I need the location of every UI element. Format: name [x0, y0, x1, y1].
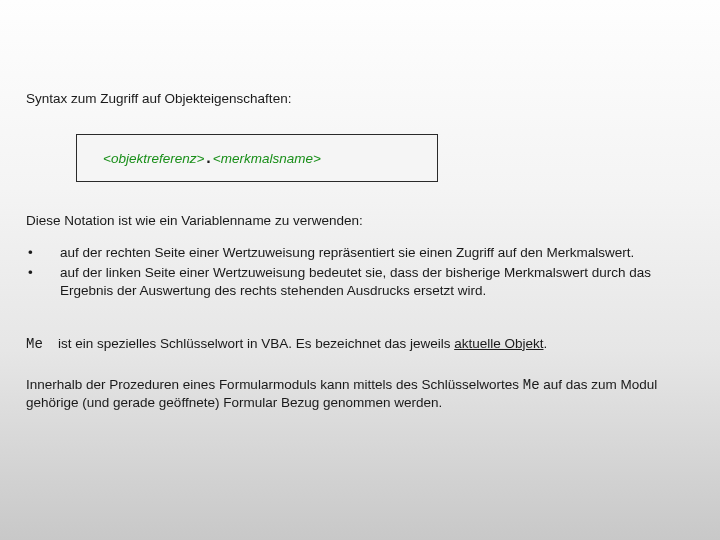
me-keyword-row: Me ist ein spezielles Schlüsselwort in V… [26, 335, 694, 354]
bullet-text: auf der rechten Seite einer Wertzuweisun… [60, 244, 694, 262]
bullet-text: auf der linken Seite einer Wertzuweisung… [60, 264, 694, 300]
me-description: ist ein spezielles Schlüsselwort in VBA.… [58, 335, 694, 354]
syntax-dot: . [204, 149, 212, 166]
list-item: • auf der linken Seite einer Wertzuweisu… [28, 264, 694, 300]
me-text-after: . [544, 336, 548, 351]
bullet-icon: • [28, 244, 60, 262]
intro-text: Syntax zum Zugriff auf Objekteigenschaft… [26, 90, 694, 108]
me-keyword: Me [26, 335, 58, 354]
me-text-before: ist ein spezielles Schlüsselwort in VBA.… [58, 336, 454, 351]
bullet-icon: • [28, 264, 60, 300]
final-me-keyword: Me [523, 377, 540, 393]
syntax-objektreferenz: <objektreferenz> [103, 151, 204, 166]
notation-note: Diese Notation ist wie ein Variablenname… [26, 212, 694, 230]
syntax-merkmalsname: <merkmalsname> [213, 151, 321, 166]
list-item: • auf der rechten Seite einer Wertzuweis… [28, 244, 694, 262]
final-paragraph: Innerhalb der Prozeduren eines Formularm… [26, 376, 694, 413]
me-text-underlined: aktuelle Objekt [454, 336, 543, 351]
bullet-list: • auf der rechten Seite einer Wertzuweis… [26, 244, 694, 301]
syntax-box: <objektreferenz>.<merkmalsname> [76, 134, 438, 182]
final-before: Innerhalb der Prozeduren eines Formularm… [26, 377, 523, 392]
